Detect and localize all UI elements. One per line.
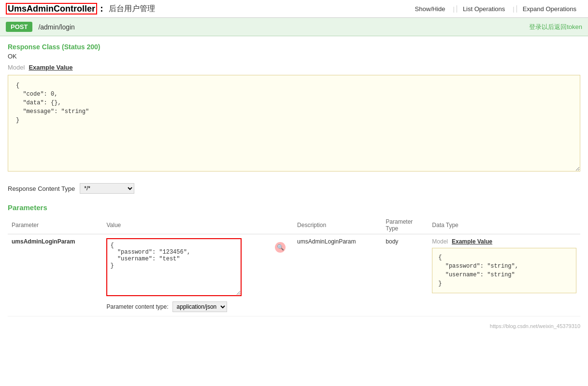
col-value: Value [102,216,293,234]
endpoint-path: /admin/login [38,23,75,31]
data-type-tabs: Model Example Value [432,238,576,245]
response-status-ok: OK [8,53,580,60]
response-json-box: { "code": 0, "data": {}, "message": "str… [8,75,580,172]
param-value-textarea[interactable]: { "password": "123456", "username": "tes… [106,238,242,296]
controller-name: UmsAdminController [6,3,97,14]
parameters-table: Parameter Value Description ParameterTyp… [8,216,580,316]
param-data-type-cell: Model Example Value { "password": "strin… [428,234,580,316]
param-value-container: { "password": "123456", "username": "tes… [106,238,289,298]
search-icon: 🔍 [275,242,286,253]
col-param-type: ParameterType [382,216,428,234]
param-description-cell: umsAdminLoginParam [293,234,382,316]
param-value-cell: { "password": "123456", "username": "tes… [102,234,293,316]
response-class-title: Response Class (Status 200) [8,43,580,51]
data-type-tab-model[interactable]: Model [432,238,448,245]
watermark: https://blog.csdn.net/weixin_45379310 [0,321,588,331]
param-content-type-select[interactable]: application/json text/plain */* [172,301,227,312]
param-description: umsAdminLoginParam [297,238,356,245]
response-class-section: Response Class (Status 200) OK Model Exa… [0,36,588,178]
table-row: umsAdminLoginParam { "password": "123456… [8,234,580,316]
parameters-title: Parameters [8,203,580,212]
tab-model[interactable]: Model [8,64,25,71]
endpoint-bar: POST /admin/login 登录以后返回token [0,18,588,36]
col-data-type: Data Type [428,216,580,234]
method-badge: POST [6,22,32,32]
parameters-section: Parameters Parameter Value Description P… [0,199,588,321]
tab-example-value[interactable]: Example Value [29,64,72,71]
param-name-cell: umsAdminLoginParam [8,234,102,316]
response-content-type-label: Response Content Type [8,185,75,192]
response-model-tabs: Model Example Value [8,64,580,71]
header-actions: Show/Hide | List Operations | Expand Ope… [409,5,582,13]
col-parameter: Parameter [8,216,102,234]
param-type: body [386,238,398,245]
header-subtitle: 后台用户管理 [109,4,155,14]
response-content-type-select[interactable]: */* application/json text/plain [80,183,134,194]
divider1: | [453,5,454,13]
header-title: UmsAdminController： [6,3,106,14]
page-header: UmsAdminController： 后台用户管理 Show/Hide | L… [0,0,588,18]
param-content-type-label: Parameter content type: [106,303,168,310]
show-hide-link[interactable]: Show/Hide [409,5,451,13]
list-operations-link[interactable]: List Operations [457,5,511,13]
param-content-type-row: Parameter content type: application/json… [106,301,289,312]
endpoint-description: 登录以后返回token [529,23,582,31]
response-content-type-row: Response Content Type */* application/js… [0,178,588,199]
param-name: umsAdminLoginParam [12,238,75,245]
data-type-tab-example[interactable]: Example Value [452,238,492,245]
expand-operations-link[interactable]: Expand Operations [516,5,582,13]
param-type-cell: body [382,234,428,316]
data-type-json-box: { "password": "string", "username": "str… [432,248,576,293]
col-description: Description [293,216,382,234]
divider2: | [513,5,514,13]
table-header-row: Parameter Value Description ParameterTyp… [8,216,580,234]
